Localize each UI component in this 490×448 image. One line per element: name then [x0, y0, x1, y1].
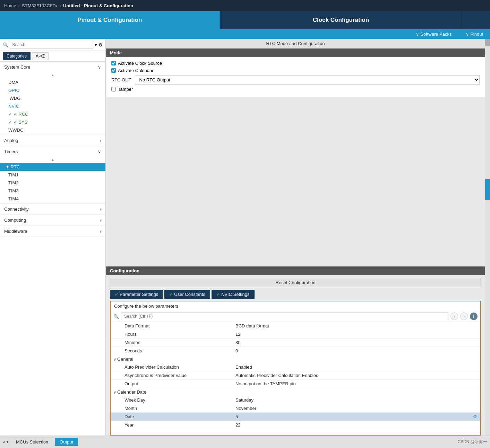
section-header-connectivity[interactable]: Connectivity › — [0, 204, 105, 214]
breadcrumb-device[interactable]: STM32F103C8Tx — [22, 3, 58, 8]
param-row-output[interactable]: Output No output on the TAMPER pin — [111, 380, 480, 388]
tab-atoz[interactable]: A->Z — [32, 52, 49, 60]
sidebar-item-tim1[interactable]: TIM1 — [0, 171, 105, 179]
params-search-input[interactable] — [121, 313, 448, 320]
main-header: Pinout & Configuration Clock Configurati… — [0, 11, 490, 29]
param-name-weekday: Week Day — [111, 397, 232, 403]
check-icon-params: ✔ — [115, 292, 118, 297]
output-tab[interactable]: Output — [55, 438, 78, 446]
param-name-hours: Hours — [111, 332, 232, 337]
activate-clock-checkbox[interactable] — [111, 61, 116, 65]
section-analog: Analog › — [0, 135, 105, 146]
sidebar-item-wwdg[interactable]: WWDG — [0, 126, 105, 134]
breadcrumb-home[interactable]: Home — [4, 3, 16, 8]
scroll-up-arrow[interactable]: ▲ — [0, 72, 105, 78]
param-row-weekday[interactable]: Week Day Saturday — [111, 396, 480, 404]
pinout-btn[interactable]: ∨ Pinout — [466, 32, 483, 37]
tab-categories[interactable]: Categories — [3, 52, 31, 60]
tamper-checkbox[interactable] — [111, 87, 116, 91]
param-row-year[interactable]: Year 22 — [111, 421, 480, 429]
param-value-hours: 12 — [232, 332, 480, 337]
mode-section-header: Mode — [106, 49, 485, 57]
right-scrollbar[interactable] — [485, 39, 490, 436]
param-row-minutes[interactable]: Minutes 30 — [111, 339, 480, 347]
param-row-data-format[interactable]: Data Format BCD data format — [111, 322, 480, 330]
tab-parameter-settings[interactable]: ✔ Parameter Settings — [110, 290, 163, 299]
dropdown-arrow-icon: ▾ — [95, 42, 97, 47]
tab-pinout[interactable]: Pinout & Configuration — [0, 11, 220, 29]
param-name-output: Output — [111, 381, 232, 386]
param-row-month[interactable]: Month November — [111, 404, 480, 413]
timers-items: ✦ RTC TIM1 TIM2 TIM3 TIM4 — [0, 162, 105, 203]
chevron-right-icon-comp: › — [100, 218, 101, 223]
check-icon-nvic: ✔ — [216, 292, 220, 297]
sidebar-item-rtc[interactable]: ✦ RTC — [0, 163, 105, 171]
mode-area: Mode Activate Clock Source Activate Cale… — [106, 49, 485, 97]
section-header-system-core[interactable]: System Core ∨ — [0, 62, 105, 72]
section-header-computing[interactable]: Computing › — [0, 215, 105, 226]
param-value-date: 5 — [232, 414, 470, 419]
sidebar-item-iwdg[interactable]: IWDG — [0, 94, 105, 102]
search-input[interactable] — [10, 41, 93, 49]
prev-param-button[interactable]: ‹ — [450, 313, 458, 320]
mcu-selection-tab[interactable]: MCUs Selection — [11, 438, 53, 446]
tab-clock[interactable]: Clock Configuration — [220, 11, 462, 29]
tab-nvic-settings[interactable]: ✔ NVIC Settings — [212, 290, 255, 299]
param-value-seconds: 0 — [232, 348, 480, 353]
param-row-seconds[interactable]: Seconds 0 — [111, 347, 480, 355]
sidebar-item-tim2[interactable]: TIM2 — [0, 179, 105, 187]
section-header-timers[interactable]: Timers ∨ — [0, 146, 105, 157]
general-group-header[interactable]: General — [111, 355, 480, 363]
param-name-async-prediv: Asynchronous Predivider value — [111, 373, 232, 378]
search-icon-params: 🔍 — [113, 314, 119, 319]
gear-icon-date[interactable]: ⚙ — [470, 414, 480, 419]
rtc-out-select[interactable]: No RTC Output — [135, 75, 480, 85]
rtc-out-label: RTC OUT — [111, 77, 131, 82]
section-header-middleware[interactable]: Middleware › — [0, 226, 105, 237]
sidebar-item-sys[interactable]: ✓ SYS — [0, 118, 105, 126]
breadcrumb-sep1: › — [18, 3, 20, 8]
section-middleware: Middleware › — [0, 226, 105, 237]
sidebar-item-nvic[interactable]: NVIC — [0, 102, 105, 110]
mode-spacer — [106, 97, 485, 266]
sidebar-item-gpio[interactable]: GPIO — [0, 86, 105, 94]
param-name-minutes: Minutes — [111, 340, 232, 345]
breadcrumb-current: Untitled - Pinout & Configuration — [63, 3, 133, 8]
param-row-async-prediv[interactable]: Asynchronous Predivider value Automatic … — [111, 371, 480, 380]
bottom-arrow[interactable]: ∧▼ — [3, 440, 9, 444]
params-header: Configure the below parameters : — [111, 301, 480, 311]
chevron-right-icon-mid: › — [100, 229, 101, 234]
params-search-row: 🔍 ‹ › i — [111, 311, 480, 322]
inner-content: RTC Mode and Configuration Mode Activate… — [106, 39, 485, 436]
param-value-output: No output on the TAMPER pin — [232, 381, 480, 386]
param-value-weekday: Saturday — [232, 397, 480, 403]
activate-calendar-checkbox[interactable] — [111, 68, 116, 73]
reset-configuration-button[interactable]: Reset Configuration — [110, 278, 481, 287]
calendar-group-header[interactable]: Calendar Date — [111, 388, 480, 396]
sidebar-item-rcc[interactable]: ✓ RCC — [0, 110, 105, 118]
param-name-month: Month — [111, 406, 232, 411]
scroll-up-timers[interactable]: ▲ — [0, 157, 105, 162]
section-system-core: System Core ∨ ▲ DMA GPIO IWDG NVIC ✓ RCC… — [0, 62, 105, 135]
check-icon-user: ✔ — [169, 292, 173, 297]
section-header-analog[interactable]: Analog › — [0, 135, 105, 146]
breadcrumb-bar: Home › STM32F103C8Tx › Untitled - Pinout… — [0, 0, 490, 11]
sidebar-item-tim3[interactable]: TIM3 — [0, 187, 105, 195]
software-packs-btn[interactable]: ∨ Software Packs — [416, 32, 452, 37]
chevron-right-icon: › — [100, 138, 101, 143]
param-row-auto-prediv[interactable]: Auto Predivider Calculation Enabled — [111, 363, 480, 371]
next-param-button[interactable]: › — [460, 313, 468, 320]
section-connectivity: Connectivity › — [0, 204, 105, 215]
param-row-date[interactable]: Date 5 ⚙ — [111, 413, 480, 421]
watermark: CSDN @听海一 — [457, 439, 487, 445]
section-computing: Computing › — [0, 215, 105, 226]
activate-calendar-row: Activate Calendar — [111, 68, 480, 73]
sidebar-item-tim4[interactable]: TIM4 — [0, 195, 105, 203]
activate-calendar-label: Activate Calendar — [118, 68, 154, 73]
settings-icon[interactable]: ⚙ — [98, 42, 103, 47]
info-button[interactable]: i — [470, 313, 478, 320]
sidebar-item-dma[interactable]: DMA — [0, 78, 105, 86]
param-row-hours[interactable]: Hours 12 — [111, 330, 480, 339]
tab-user-constants[interactable]: ✔ User Constants — [164, 290, 210, 299]
system-core-items: DMA GPIO IWDG NVIC ✓ RCC ✓ SYS WWDG — [0, 78, 105, 135]
